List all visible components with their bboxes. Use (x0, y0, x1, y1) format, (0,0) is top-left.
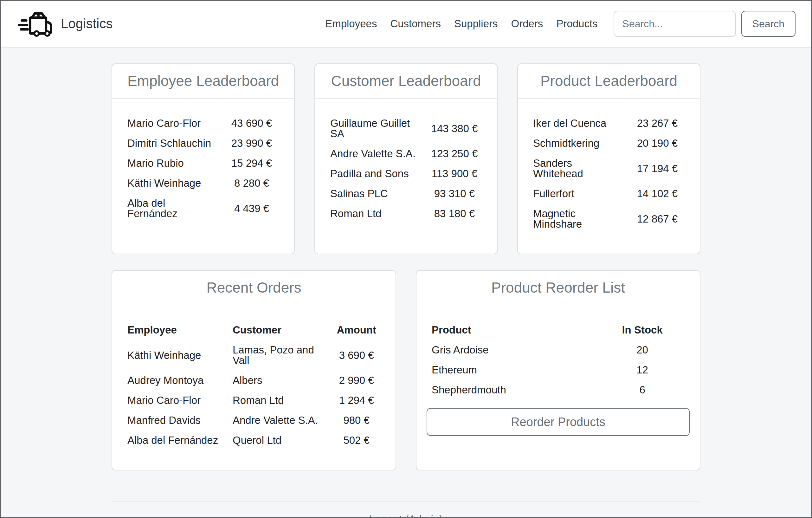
main-container: Employee Leaderboard Mario Caro-Flor43 6… (112, 63, 700, 518)
employee-name: Alba del Fernández (122, 193, 219, 224)
order-customer: Albers (228, 370, 327, 390)
customer-revenue: 123 250 € (422, 144, 487, 164)
table-row: Manfred DavidsAndre Valette S.A.980 € (122, 410, 385, 430)
customer-revenue: 113 900 € (422, 164, 487, 183)
order-amount: 2 990 € (327, 370, 385, 390)
nav-link-products[interactable]: Products (550, 18, 604, 30)
search-form: Search (614, 11, 795, 37)
product-revenue: 20 190 € (625, 133, 690, 153)
table-row: Iker del Cuenca23 267 € (528, 113, 690, 133)
employee-revenue: 43 690 € (219, 113, 284, 133)
reorder-stock: 12 (595, 360, 690, 380)
product-revenue: 17 194 € (625, 153, 690, 183)
employee-revenue: 8 280 € (219, 173, 284, 193)
customer-name: Guillaume Guillet SA (325, 113, 422, 144)
product-revenue: 14 102 € (625, 183, 690, 203)
card-header: Employee Leaderboard (112, 64, 294, 98)
product-reorder-title: Product Reorder List (427, 279, 690, 296)
employee-leaderboard-title: Employee Leaderboard (122, 72, 284, 90)
table-row: Käthi WeinhageLamas, Pozo and Vall3 690 … (122, 340, 385, 370)
nav-link-customers[interactable]: Customers (383, 18, 447, 30)
order-employee: Manfred Davids (122, 410, 228, 430)
reorder-products-button[interactable]: Reorder Products (427, 408, 690, 436)
column-header-customer: Customer (228, 320, 327, 340)
order-customer: Lamas, Pozo and Vall (228, 340, 327, 370)
product-leaderboard-card: Product Leaderboard Iker del Cuenca23 26… (517, 63, 700, 254)
employee-revenue: 15 294 € (219, 153, 284, 173)
column-header-employee: Employee (122, 320, 228, 340)
order-amount: 3 690 € (327, 340, 385, 370)
logout-link[interactable]: Logout (Admin) (369, 513, 443, 518)
employee-name: Mario Rubio (122, 153, 219, 173)
reorder-stock: 6 (595, 380, 690, 400)
nav-link-suppliers[interactable]: Suppliers (447, 18, 504, 30)
table-row: Guillaume Guillet SA143 380 € (325, 113, 487, 144)
employee-name: Mario Caro-Flor (122, 113, 219, 133)
brand-link[interactable]: Logistics (17, 10, 113, 37)
product-reorder-card: Product Reorder List Product In Stock Gr… (416, 270, 700, 470)
table-row: Mario Rubio15 294 € (122, 153, 284, 173)
customer-revenue: 143 380 € (422, 113, 487, 144)
search-button[interactable]: Search (741, 11, 795, 37)
order-amount: 502 € (327, 430, 385, 450)
recent-orders-table: Employee Customer Amount Käthi WeinhageL… (122, 320, 385, 450)
card-header: Customer Leaderboard (315, 64, 497, 98)
employee-name: Käthi Weinhage (122, 173, 219, 193)
table-row: Gris Ardoise20 (427, 340, 690, 360)
product-name: Fullerfort (528, 183, 625, 203)
employee-name: Dimitri Schlauchin (122, 133, 219, 153)
leaderboards-row: Employee Leaderboard Mario Caro-Flor43 6… (112, 63, 700, 254)
reorder-stock: 20 (595, 340, 690, 360)
recent-orders-title: Recent Orders (122, 279, 385, 296)
employee-leaderboard-table: Mario Caro-Flor43 690 € Dimitri Schlauch… (122, 113, 284, 224)
product-reorder-table: Product In Stock Gris Ardoise20 Ethereum… (427, 320, 690, 400)
customer-revenue: 83 180 € (422, 203, 487, 224)
nav-links: Employees Customers Suppliers Orders Pro… (319, 18, 604, 30)
table-row: Audrey MontoyaAlbers2 990 € (122, 370, 385, 390)
table-row: Roman Ltd83 180 € (325, 203, 487, 224)
reorder-product: Shepherdmouth (427, 380, 595, 400)
customer-name: Roman Ltd (325, 203, 422, 224)
table-row: Mario Caro-FlorRoman Ltd1 294 € (122, 390, 385, 410)
table-row: Dimitri Schlauchin23 990 € (122, 133, 284, 153)
table-row: Alba del FernándezQuerol Ltd502 € (122, 430, 385, 450)
table-header-row: Product In Stock (427, 320, 690, 340)
product-revenue: 23 267 € (625, 113, 690, 133)
reorder-product: Gris Ardoise (427, 340, 595, 360)
reorder-product: Ethereum (427, 360, 595, 380)
order-amount: 1 294 € (327, 390, 385, 410)
customer-leaderboard-title: Customer Leaderboard (325, 72, 487, 90)
nav-link-orders[interactable]: Orders (504, 18, 550, 30)
nav-link-employees[interactable]: Employees (319, 18, 383, 30)
card-header: Product Reorder List (416, 271, 700, 305)
orders-row: Recent Orders Employee Customer Amount K… (112, 270, 700, 470)
truck-icon (17, 10, 53, 37)
product-name: Iker del Cuenca (528, 113, 625, 133)
order-amount: 980 € (327, 410, 385, 430)
table-row: Andre Valette S.A.123 250 € (325, 144, 487, 164)
order-customer: Roman Ltd (228, 390, 327, 410)
product-name: Sanders Whitehead (528, 153, 625, 183)
table-row: Sanders Whitehead17 194 € (528, 153, 690, 183)
footer-divider (112, 501, 700, 501)
table-header-row: Employee Customer Amount (122, 320, 385, 340)
order-customer: Andre Valette S.A. (228, 410, 327, 430)
recent-orders-card: Recent Orders Employee Customer Amount K… (112, 270, 396, 470)
product-name: Schmidtkering (528, 133, 625, 153)
column-header-in-stock: In Stock (595, 320, 690, 340)
employee-revenue: 4 439 € (219, 193, 284, 224)
product-name: Magnetic Mindshare (528, 203, 625, 234)
table-row: Käthi Weinhage8 280 € (122, 173, 284, 193)
search-input[interactable] (614, 11, 736, 37)
table-row: Shepherdmouth6 (427, 380, 690, 400)
column-header-amount: Amount (327, 320, 385, 340)
customer-name: Padilla and Sons (325, 164, 422, 183)
customer-leaderboard-card: Customer Leaderboard Guillaume Guillet S… (314, 63, 498, 254)
column-header-product: Product (427, 320, 595, 340)
customer-leaderboard-table: Guillaume Guillet SA143 380 € Andre Vale… (325, 113, 487, 224)
top-navbar: Logistics Employees Customers Suppliers … (1, 1, 811, 48)
order-employee: Käthi Weinhage (122, 340, 228, 370)
product-leaderboard-table: Iker del Cuenca23 267 € Schmidtkering20 … (528, 113, 690, 234)
table-row: Padilla and Sons113 900 € (325, 164, 487, 183)
employee-revenue: 23 990 € (219, 133, 284, 153)
